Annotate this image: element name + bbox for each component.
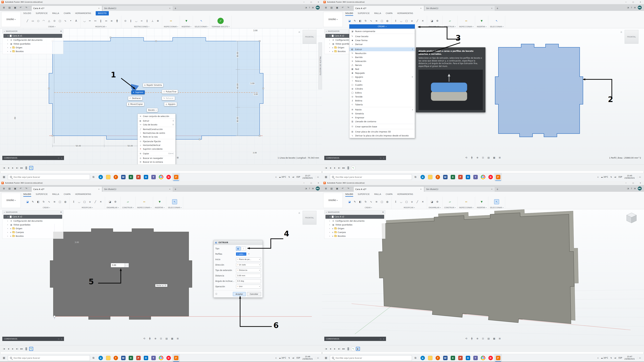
ribbon-group-label[interactable]: ENSAMBLAR▾ [107, 206, 119, 209]
equal-icon[interactable]: = [139, 19, 144, 23]
menu-item-patrón[interactable]: ⊞Patrón▸ [350, 108, 415, 112]
clear-selection-icon[interactable]: ✕ [248, 253, 250, 255]
browser-item[interactable]: ▸◉Cuerpos [2, 230, 63, 234]
ribbon-tab-superficie[interactable]: SUPERFICIE [358, 192, 370, 197]
chevron-icon[interactable]: ▸ [330, 51, 331, 52]
viewcube[interactable]: ⌂FRONTAL [625, 30, 638, 44]
browser-item[interactable]: ▸◉Origen [2, 46, 63, 50]
action-center-icon[interactable]: ▭ [637, 176, 643, 178]
cylinder-icon[interactable]: ◍ [63, 199, 68, 204]
network-icon[interactable]: ⇅ [610, 357, 612, 359]
display-settings-icon[interactable]: ▤ [486, 155, 491, 160]
visibility-icon[interactable]: ◉ [332, 232, 333, 233]
coincident-icon[interactable]: ⊙ [123, 19, 128, 23]
taskbar-search[interactable] [8, 355, 90, 361]
visibility-icon[interactable]: ◉ [10, 235, 11, 237]
create-sketch-icon[interactable]: ✎ [30, 199, 35, 204]
revolve-icon[interactable]: ↻ [363, 199, 368, 204]
fit-icon[interactable]: ⊡ [159, 336, 163, 341]
taskbar-app-fusion-360[interactable]: F [494, 173, 502, 181]
browser-item[interactable]: ▸◉Bocetos [2, 50, 63, 53]
keyboard-language[interactable]: ESP [296, 357, 300, 359]
ribbon-group-label[interactable]: CONSTRUIR▾ [122, 206, 134, 209]
dialog-header[interactable]: ◧EXTRUIR [214, 240, 262, 245]
go-to-end-button[interactable]: ▶▶ [342, 347, 346, 351]
visibility-icon[interactable]: ◉ [8, 216, 9, 218]
keyboard-language[interactable]: ESP [618, 176, 622, 178]
menu-item-crear[interactable]: ▤Crear placa de circuito impreso 3D [350, 130, 415, 134]
new-component-icon[interactable]: ◪ [347, 199, 352, 204]
close-tab-icon[interactable]: ✕ [98, 188, 100, 191]
extrude-icon[interactable]: ◧ [36, 199, 41, 204]
menu-item-cuadro[interactable]: ▢Cuadro [350, 83, 415, 87]
minimize-button[interactable]: ─ [622, 0, 630, 4]
loft-icon[interactable]: ≋ [374, 19, 379, 23]
close-button[interactable]: ✕ [637, 0, 644, 4]
browser-root-item[interactable]: ▾ ◉ Cara A v2 [326, 215, 384, 219]
menu-item-derivar[interactable]: ⇘Derivar la placa de circuito impreso de… [350, 134, 415, 137]
ribbon-group-label[interactable]: MODIFICAR▾ [393, 206, 425, 209]
action-center-icon[interactable]: ▭ [315, 357, 321, 359]
design-menu[interactable]: DISEÑO ▾ [323, 193, 343, 208]
ribbon-group-label[interactable]: CONSTRUIR▾ [444, 25, 456, 28]
cancel-button[interactable]: Cancelar [247, 292, 261, 296]
chevron-icon[interactable]: ▸ [8, 220, 9, 222]
taskbar-app-chrome[interactable] [479, 173, 487, 181]
maximize-button[interactable]: ▢ [630, 181, 637, 185]
context-menu-item[interactable]: ┆Normal/Línea de centro [138, 131, 176, 135]
taskbar-app-firefox[interactable]: f [112, 354, 120, 362]
ribbon-group-label[interactable]: MODIFICAR▾ [82, 25, 120, 28]
cylinder-icon[interactable]: ◍ [385, 199, 390, 204]
taskbar-app-outlook[interactable]: O [142, 354, 150, 362]
search-input[interactable] [14, 357, 88, 359]
create-sketch-icon[interactable]: ✎ [352, 19, 357, 23]
keyboard-language[interactable]: ESP [296, 176, 300, 178]
save-icon[interactable]: ▣ [12, 5, 18, 10]
boceto-button[interactable]: Boceto▾ [147, 108, 158, 112]
context-menu-item[interactable]: ◧ExtruirE [138, 119, 176, 123]
chevron-icon[interactable]: ▸ [330, 39, 331, 41]
document-tab[interactable]: Sin título(1)✕ [424, 187, 495, 192]
browser-root-item[interactable]: ▾ ◉ Cara A v2 [4, 215, 62, 219]
collapse-icon[interactable]: ∧ [383, 338, 384, 340]
taskbar-app-opera[interactable]: O [487, 173, 494, 181]
menu-item-crear[interactable]: ◆Crear forma [350, 38, 415, 42]
notifications-icon[interactable]: ✉ [634, 7, 636, 9]
sketch-feature[interactable]: ✎ [29, 347, 33, 351]
sketch-palette-strip[interactable]: PALETA DE BOCETO [318, 42, 322, 89]
revolve-icon[interactable]: ↻ [41, 199, 46, 204]
gear-icon[interactable]: ⚙ [382, 211, 384, 213]
sweep-icon[interactable]: ∿ [46, 199, 52, 204]
sweep-icon[interactable]: ∿ [368, 19, 374, 23]
polygon-icon[interactable]: △ [46, 19, 52, 23]
repeat-last-command-button[interactable]: ⧉Repetir Simetría [143, 83, 163, 87]
ribbon-group-label[interactable]: CONSTRUIR▾ [444, 206, 456, 209]
value-input[interactable] [237, 280, 260, 282]
taskbar-app-outlook[interactable]: O [464, 173, 472, 181]
extrude-feature[interactable]: ◧ [356, 347, 360, 351]
rectangle-icon[interactable]: ▭ [30, 19, 35, 23]
maximize-button[interactable]: ▢ [308, 0, 315, 4]
help-icon[interactable]: ? [309, 7, 310, 9]
ribbon-tab-herramientas[interactable]: HERRAMIENTAS [75, 192, 91, 197]
taskbar-search[interactable] [330, 174, 412, 180]
go-to-start-button[interactable]: |◀ [324, 347, 328, 351]
job-status-icon[interactable]: ◔ [627, 7, 629, 9]
timeline-position-marker[interactable] [26, 347, 27, 350]
tangent-icon[interactable]: ◡ [134, 19, 139, 23]
document-tab[interactable]: Sin título(1)✕ [102, 6, 173, 11]
menu-item-agujero[interactable]: ○AgujeroH [350, 75, 415, 79]
orbit-icon[interactable]: ⟲ [464, 155, 468, 160]
gear-icon[interactable]: ⚙ [60, 211, 62, 213]
chevron-icon[interactable]: ▸ [8, 232, 9, 233]
ribbon-tab-chapa[interactable]: CHAPA [64, 11, 70, 16]
deshacer-button[interactable]: ↶Deshacer [128, 96, 142, 100]
taskbar-clock[interactable]: 23:27 23/08/2021 [302, 175, 313, 179]
box-icon[interactable]: ▢ [58, 199, 62, 204]
task-view-icon[interactable]: ⧉ [90, 354, 97, 362]
taskbar-app-edge[interactable]: e [419, 173, 426, 181]
display-settings-icon[interactable]: ▤ [164, 336, 169, 341]
browser-header[interactable]: « NAVEGADOR ⚙ [324, 210, 385, 214]
construction-plane-icon[interactable]: ▱ [448, 199, 452, 204]
taskbar-app-powerpoint[interactable]: P [134, 354, 142, 362]
